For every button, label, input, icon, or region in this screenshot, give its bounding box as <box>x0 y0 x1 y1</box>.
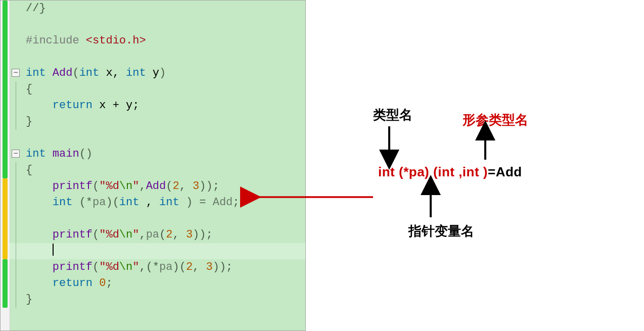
code-line[interactable] <box>10 243 305 259</box>
code-line[interactable] <box>10 130 305 146</box>
annotation-panel: 类型名 形参类型名 int (*pa) (int ,int )=Add 指针变量… <box>313 0 637 331</box>
expr-pointer: (*pa) <box>399 164 433 179</box>
code-line[interactable]: { <box>10 81 305 98</box>
expr-assign: =Add <box>488 164 522 179</box>
code-line[interactable]: #include <stdio.h> <box>10 33 305 49</box>
code-line[interactable]: −int Add(int x, int y) <box>10 65 305 81</box>
code-line[interactable]: −int main() <box>10 146 305 162</box>
code-line[interactable]: } <box>10 292 305 308</box>
code-line[interactable] <box>10 211 305 227</box>
code-line[interactable]: return 0; <box>10 275 305 292</box>
gutter-change-mark <box>3 1 8 178</box>
code-line[interactable] <box>10 49 305 65</box>
fold-toggle-icon[interactable]: − <box>12 150 20 158</box>
code-line[interactable]: printf("%d\n",(*pa)(2, 3)); <box>10 259 305 275</box>
fold-toggle-icon[interactable]: − <box>12 69 20 77</box>
code-line[interactable]: printf("%d\n",Add(2, 3)); <box>10 178 305 195</box>
label-param-type-name: 形参类型名 <box>463 111 528 129</box>
code-line[interactable]: } <box>10 114 305 130</box>
gutter <box>1 1 10 330</box>
code-editor: //}#include <stdio.h>−int Add(int x, int… <box>0 0 306 331</box>
expr-argtypes: (int ,int ) <box>433 164 488 179</box>
label-pointer-var-name: 指针变量名 <box>408 222 474 240</box>
code-line[interactable] <box>10 17 305 33</box>
code-line[interactable]: //} <box>10 1 305 17</box>
label-type-name: 类型名 <box>373 106 412 124</box>
expr-return-type: int <box>378 164 399 179</box>
gutter-change-mark <box>3 178 8 259</box>
gutter-change-mark <box>3 259 8 308</box>
code-area[interactable]: //}#include <stdio.h>−int Add(int x, int… <box>10 1 305 330</box>
code-line[interactable]: printf("%d\n",pa(2, 3)); <box>10 227 305 243</box>
text-cursor <box>53 244 54 256</box>
code-line[interactable]: int (*pa)(int , int ) = Add; <box>10 195 305 211</box>
expr-line: int (*pa) (int ,int )=Add <box>378 164 522 180</box>
code-line[interactable]: return x + y; <box>10 98 305 114</box>
code-line[interactable]: { <box>10 162 305 178</box>
